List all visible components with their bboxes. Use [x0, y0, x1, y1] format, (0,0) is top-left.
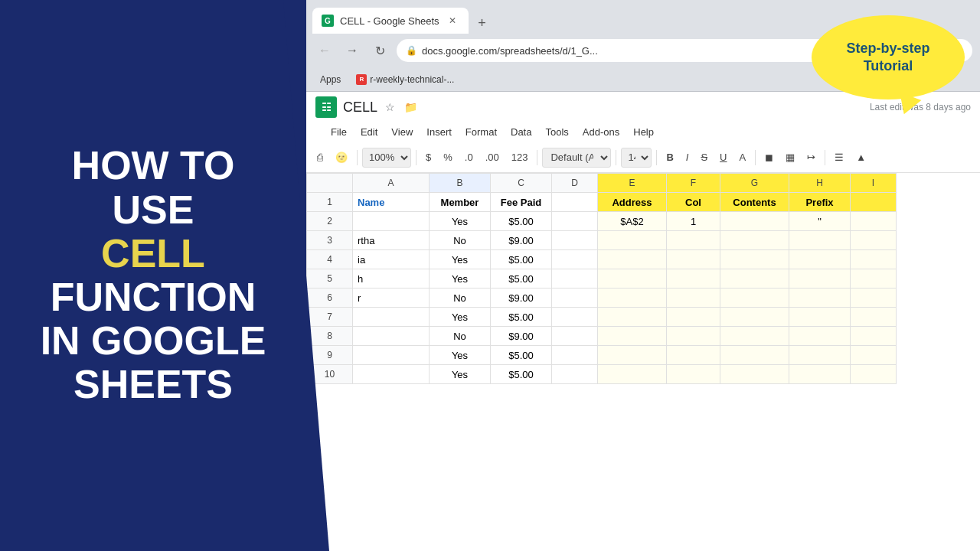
bookmark-apps[interactable]: Apps: [314, 72, 347, 87]
cell-d3[interactable]: [552, 231, 598, 250]
currency-button[interactable]: $: [421, 147, 436, 168]
cell-f10[interactable]: [667, 365, 720, 384]
cell-a8[interactable]: [353, 327, 430, 346]
cell-i10[interactable]: [851, 365, 897, 384]
cell-e9[interactable]: [598, 346, 667, 365]
cell-c9[interactable]: $5.00: [491, 346, 552, 365]
number-format-button[interactable]: 123: [507, 147, 533, 168]
cell-h7[interactable]: [789, 308, 851, 327]
cell-b3[interactable]: No: [430, 231, 491, 250]
cell-e6[interactable]: [598, 289, 667, 308]
cell-g1[interactable]: Contents: [720, 193, 789, 212]
back-button[interactable]: ←: [314, 40, 335, 61]
cell-d5[interactable]: [552, 269, 598, 289]
bookmark-rweekly[interactable]: R r-weekly-technical-...: [350, 72, 460, 87]
cell-e5[interactable]: [598, 269, 667, 289]
bold-button[interactable]: B: [662, 147, 678, 168]
grid-wrapper[interactable]: A B C D E F G H I: [306, 173, 980, 551]
menu-file[interactable]: File: [325, 123, 353, 141]
cell-b10[interactable]: Yes: [430, 365, 491, 384]
cell-a10[interactable]: [353, 365, 430, 384]
zoom-select[interactable]: 100% 75% 125%: [362, 148, 411, 168]
cell-f7[interactable]: [667, 308, 720, 327]
cell-h10[interactable]: [789, 365, 851, 384]
cell-f1[interactable]: Col: [667, 193, 720, 212]
folder-icon[interactable]: 📁: [403, 99, 419, 115]
cell-c4[interactable]: $5.00: [491, 250, 552, 269]
menu-edit[interactable]: Edit: [354, 123, 384, 141]
strikethrough-button[interactable]: S: [696, 147, 712, 168]
cell-i7[interactable]: [851, 308, 897, 327]
cell-g8[interactable]: [720, 327, 789, 346]
decimal-dec-button[interactable]: .0: [460, 147, 478, 168]
cell-b5[interactable]: Yes: [430, 269, 491, 289]
col-header-h[interactable]: H: [789, 174, 851, 193]
cell-g3[interactable]: [720, 231, 789, 250]
star-icon[interactable]: ☆: [384, 99, 397, 115]
col-header-a[interactable]: A: [353, 174, 430, 193]
cell-d7[interactable]: [552, 308, 598, 327]
cell-a2[interactable]: [353, 212, 430, 231]
cell-e2[interactable]: $A$2: [598, 212, 667, 231]
cell-d6[interactable]: [552, 289, 598, 308]
italic-button[interactable]: I: [681, 147, 694, 168]
cell-d4[interactable]: [552, 250, 598, 269]
browser-tab-active[interactable]: G CELL - Google Sheets ✕: [312, 8, 469, 34]
cell-d10[interactable]: [552, 365, 598, 384]
cell-c10[interactable]: $5.00: [491, 365, 552, 384]
cell-g4[interactable]: [720, 250, 789, 269]
cell-e10[interactable]: [598, 365, 667, 384]
cell-d9[interactable]: [552, 346, 598, 365]
percent-button[interactable]: %: [439, 147, 457, 168]
col-header-d[interactable]: D: [552, 174, 598, 193]
menu-format[interactable]: Format: [459, 123, 503, 141]
col-header-b[interactable]: B: [430, 174, 491, 193]
cell-b8[interactable]: No: [430, 327, 491, 346]
col-header-e[interactable]: E: [598, 174, 667, 193]
cell-h5[interactable]: [789, 269, 851, 289]
cell-e1[interactable]: Address: [598, 193, 667, 212]
cell-b4[interactable]: Yes: [430, 250, 491, 269]
cell-f9[interactable]: [667, 346, 720, 365]
cell-a1[interactable]: Name: [353, 193, 430, 212]
print-button[interactable]: ⎙: [312, 147, 328, 168]
cell-c8[interactable]: $9.00: [491, 327, 552, 346]
sheets-document-title[interactable]: CELL: [343, 99, 377, 116]
cell-i1[interactable]: [851, 193, 897, 212]
cell-d8[interactable]: [552, 327, 598, 346]
cell-a4[interactable]: ia: [353, 250, 430, 269]
new-tab-button[interactable]: +: [472, 12, 493, 34]
cell-a7[interactable]: [353, 308, 430, 327]
cell-b9[interactable]: Yes: [430, 346, 491, 365]
cell-b7[interactable]: Yes: [430, 308, 491, 327]
cell-a9[interactable]: [353, 346, 430, 365]
cell-b1[interactable]: Member: [430, 193, 491, 212]
underline-button[interactable]: U: [715, 147, 731, 168]
cell-h1[interactable]: Prefix: [789, 193, 851, 212]
cell-f2[interactable]: 1: [667, 212, 720, 231]
paint-format-button[interactable]: 🌝: [331, 147, 352, 168]
cell-c1[interactable]: Fee Paid: [491, 193, 552, 212]
cell-h3[interactable]: [789, 231, 851, 250]
cell-i2[interactable]: [851, 212, 897, 231]
menu-tools[interactable]: Tools: [539, 123, 574, 141]
cell-h9[interactable]: [789, 346, 851, 365]
col-header-f[interactable]: F: [667, 174, 720, 193]
reload-button[interactable]: ↻: [369, 40, 390, 61]
font-size-select[interactable]: 14 10 12 16: [621, 148, 652, 168]
fill-color-button[interactable]: ◼: [760, 147, 778, 168]
cell-e3[interactable]: [598, 231, 667, 250]
menu-addons[interactable]: Add-ons: [577, 123, 626, 141]
cell-a5[interactable]: h: [353, 269, 430, 289]
cell-a6[interactable]: r: [353, 289, 430, 308]
cell-i5[interactable]: [851, 269, 897, 289]
align-left-button[interactable]: ☰: [830, 147, 848, 168]
cell-h6[interactable]: [789, 289, 851, 308]
merge-cells-button[interactable]: ↦: [802, 147, 820, 168]
cell-e8[interactable]: [598, 327, 667, 346]
align-more-button[interactable]: ▲: [851, 147, 871, 168]
cell-c7[interactable]: $5.00: [491, 308, 552, 327]
col-header-g[interactable]: G: [720, 174, 789, 193]
cell-i8[interactable]: [851, 327, 897, 346]
cell-g10[interactable]: [720, 365, 789, 384]
